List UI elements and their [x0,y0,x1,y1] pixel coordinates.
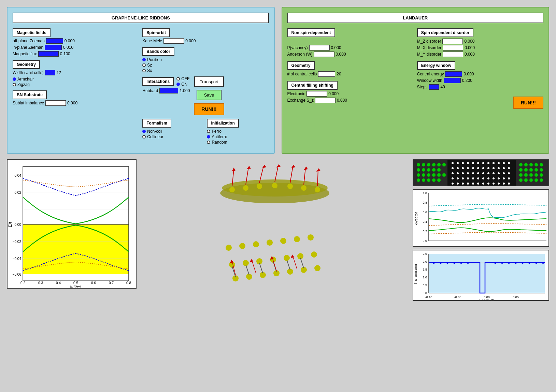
svg-text:0.05: 0.05 [513,295,519,299]
svg-point-213 [433,262,435,264]
sz-label: Sz [147,63,152,68]
zigzag-option[interactable]: Zigzag [13,82,139,87]
sz-option[interactable]: Sz [142,63,269,68]
svg-point-103 [437,178,441,182]
3d-ribbon-top [215,159,334,215]
central-energy-input[interactable] [445,71,462,77]
antiferro-radio[interactable] [207,135,210,139]
mx-disorder-value: 0.000 [465,45,475,50]
my-disorder-input[interactable] [443,52,463,57]
svg-point-178 [529,173,533,177]
svg-point-134 [477,172,479,174]
exchange-sz-label: Exchange S_z [287,98,314,103]
svg-text:0.6: 0.6 [423,210,427,214]
run-button-right[interactable]: RUN!!! [513,97,543,109]
electronic-label: Electronic [287,91,305,96]
svg-text:−0.02: −0.02 [13,240,22,244]
ferro-option[interactable]: Ferro [207,129,269,134]
bands-color-group: Position Sz Sx [142,57,269,73]
svg-line-69 [259,263,263,273]
window-width-input[interactable] [444,78,461,83]
random-radio[interactable] [207,141,210,144]
svg-text:0.4: 0.4 [423,220,427,223]
hubbard-input[interactable] [159,88,178,93]
antiferro-option[interactable]: Antiferro [207,134,269,139]
central-energy-label: Central energy [417,72,444,76]
svg-marker-76 [250,259,253,262]
svg-point-143 [462,177,464,179]
svg-rect-186 [413,190,549,247]
random-option[interactable]: Random [207,140,269,145]
kane-mele-input[interactable] [163,38,184,44]
svg-point-59 [311,251,317,258]
width-input[interactable] [45,70,55,75]
anderson-value: 0.000 [336,52,346,57]
svg-point-115 [503,162,505,164]
save-button[interactable]: Save [197,90,222,100]
off-option[interactable]: OFF [176,76,189,81]
svg-point-82 [417,163,420,166]
sublat-imbalance-input[interactable] [45,100,66,106]
position-radio[interactable] [142,58,146,61]
svg-point-221 [508,262,510,264]
interactions-section: Interactions OFF ON [142,76,269,115]
exchange-sz-input[interactable] [315,98,336,103]
armchair-option[interactable]: Armchair [13,77,139,82]
magnetic-flux-input[interactable] [38,51,59,57]
svg-point-117 [452,167,454,169]
off-radio[interactable] [176,77,180,81]
num-central-cells-value: 20 [337,72,341,76]
noncoll-radio[interactable] [142,130,146,133]
steps-input[interactable] [429,84,439,90]
svg-point-158 [477,183,479,185]
svg-point-183 [529,178,533,182]
off-on-group: OFF ON [176,76,189,87]
hubbard-label: Hubbard [142,88,158,93]
on-option[interactable]: ON [176,82,189,87]
ferro-radio[interactable] [207,130,210,133]
svg-point-156 [467,183,469,185]
sx-option[interactable]: Sx [142,68,269,73]
off-plane-zeeman-input[interactable] [46,38,63,44]
collinear-label: Collinear [147,134,163,139]
collinear-radio[interactable] [142,135,146,139]
svg-point-181 [519,178,523,182]
anderson-input[interactable] [314,52,334,57]
electronic-input[interactable] [306,91,327,97]
svg-point-173 [529,168,533,172]
svg-text:0.8: 0.8 [423,201,427,204]
mx-disorder-label: M_X disorder [417,45,441,50]
collinear-option[interactable]: Collinear [142,134,204,139]
lattice-svg [215,217,334,282]
num-central-cells-input[interactable] [318,71,335,77]
magnetic-flux-row: Magnetic flux 0.100 [13,51,139,57]
armchair-label: Armchair [17,77,34,82]
mz-disorder-input[interactable] [442,39,463,44]
in-plane-zeeman-value: 0.010 [63,45,73,50]
zigzag-radio[interactable] [13,83,16,86]
armchair-radio[interactable] [13,77,16,81]
noncoll-option[interactable]: Non-coll [142,129,204,134]
svg-point-154 [457,183,459,185]
pvacancy-input[interactable] [309,45,330,50]
svg-point-87 [442,163,446,166]
svg-text:0.5: 0.5 [423,284,427,287]
in-plane-zeeman-input[interactable] [45,45,62,50]
non-spin-dependent-label: Non spin-dependent [287,28,335,37]
off-plane-zeeman-row: off-plane Zeeman 0.000 [13,38,139,44]
run-button-left[interactable]: RUN!!! [194,103,224,115]
sz-radio[interactable] [142,63,146,67]
position-option[interactable]: Position [142,57,269,62]
on-radio[interactable] [176,83,180,86]
on-label: ON [181,82,187,87]
sx-radio[interactable] [142,69,146,72]
energy-window-label: Energy window [417,61,455,70]
svg-point-152 [508,177,510,179]
svg-point-141 [452,177,454,179]
svg-point-215 [446,262,448,264]
svg-point-126 [498,167,500,169]
bn-substrate-label: BN Substrate [13,90,47,99]
mx-disorder-input[interactable] [443,45,463,50]
formalism-label: Formalism [142,119,171,128]
transport-button[interactable]: Transport [194,76,224,87]
